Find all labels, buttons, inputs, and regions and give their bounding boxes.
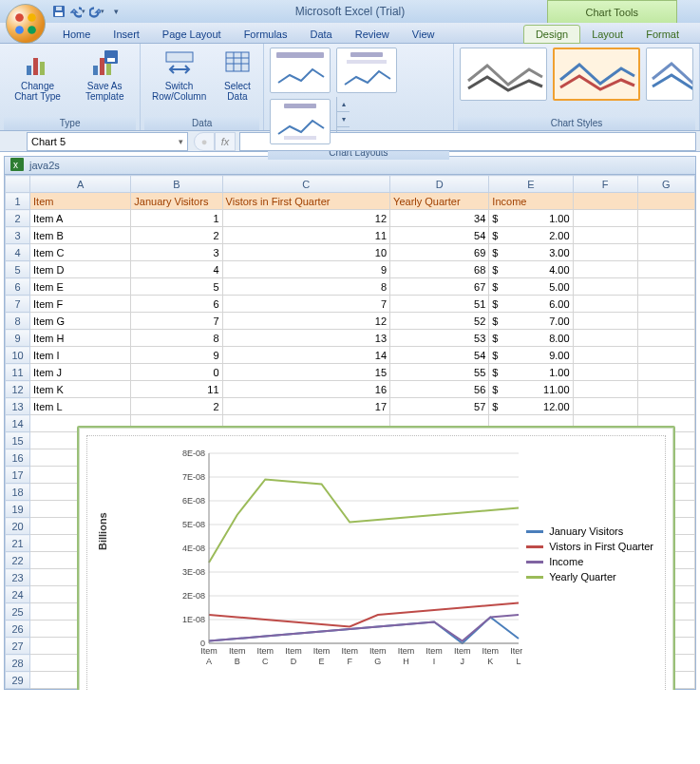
- cell-F6[interactable]: [573, 278, 637, 296]
- tab-insert[interactable]: Insert: [102, 26, 151, 43]
- row-header-18[interactable]: 18: [6, 484, 30, 501]
- save-icon[interactable]: [51, 4, 66, 19]
- fx-button[interactable]: fx: [215, 132, 236, 151]
- cell-D6[interactable]: 67: [390, 278, 489, 296]
- select-data-button[interactable]: Select Data: [216, 46, 259, 105]
- col-header-D[interactable]: D: [390, 176, 489, 193]
- cell-D3[interactable]: 54: [390, 227, 489, 244]
- legend-item[interactable]: January Visitors: [526, 525, 653, 537]
- cell-C10[interactable]: 14: [222, 347, 389, 364]
- cell-C3[interactable]: 11: [222, 227, 389, 244]
- cell-A10[interactable]: Item I: [30, 347, 131, 364]
- cell-C5[interactable]: 9: [222, 261, 389, 278]
- cell-G5[interactable]: [637, 261, 694, 278]
- row-header-4[interactable]: 4: [6, 244, 30, 261]
- chart-layout-1[interactable]: [270, 48, 331, 93]
- select-all-cell[interactable]: [6, 176, 30, 193]
- cell-D10[interactable]: 54: [390, 347, 489, 364]
- cell-B3[interactable]: 2: [131, 227, 222, 244]
- cell-F13[interactable]: [573, 398, 637, 415]
- row-header-10[interactable]: 10: [6, 347, 30, 364]
- cell-B2[interactable]: 1: [131, 210, 222, 227]
- fb-cancel-icon[interactable]: ●: [194, 132, 215, 151]
- col-header-B[interactable]: B: [131, 176, 222, 193]
- cell-G9[interactable]: [637, 330, 694, 347]
- row-header-1[interactable]: 1: [6, 193, 30, 210]
- tab-home[interactable]: Home: [51, 26, 102, 43]
- cell-E6[interactable]: $5.00: [489, 278, 573, 296]
- cell-D7[interactable]: 51: [390, 296, 489, 313]
- cell-E5[interactable]: $4.00: [489, 261, 573, 278]
- row-header-8[interactable]: 8: [6, 313, 30, 330]
- cell-G3[interactable]: [637, 227, 694, 244]
- office-button[interactable]: [6, 4, 46, 44]
- cell-C4[interactable]: 10: [222, 244, 389, 261]
- undo-icon[interactable]: ▾: [70, 4, 85, 19]
- cell-A7[interactable]: Item F: [30, 296, 131, 313]
- col-header-F[interactable]: F: [573, 176, 637, 193]
- cell-G11[interactable]: [637, 364, 694, 381]
- row-header-6[interactable]: 6: [6, 278, 30, 296]
- legend-item[interactable]: Vistors in First Quarter: [526, 541, 653, 552]
- cell-G7[interactable]: [637, 296, 694, 313]
- tab-formulas[interactable]: Formulas: [233, 26, 299, 43]
- cell-E13[interactable]: $12.00: [489, 398, 573, 415]
- cell-C6[interactable]: 8: [222, 278, 389, 296]
- cell-D12[interactable]: 56: [390, 381, 489, 398]
- chart-layout-3[interactable]: [270, 99, 331, 144]
- row-header-25[interactable]: 25: [6, 603, 30, 621]
- cell-E10[interactable]: $9.00: [489, 347, 573, 364]
- row-header-21[interactable]: 21: [6, 535, 30, 552]
- tab-design[interactable]: Design: [523, 25, 580, 44]
- cell-F9[interactable]: [573, 330, 637, 347]
- cell-A1[interactable]: Item: [30, 193, 131, 210]
- cell-B10[interactable]: 9: [131, 347, 222, 364]
- cell-G6[interactable]: [637, 278, 694, 296]
- chart-style-2[interactable]: [553, 48, 640, 101]
- row-header-2[interactable]: 2: [6, 210, 30, 227]
- cell-E11[interactable]: $1.00: [489, 364, 573, 381]
- cell-D5[interactable]: 68: [390, 261, 489, 278]
- cell-C11[interactable]: 15: [222, 364, 389, 381]
- row-header-29[interactable]: 29: [6, 672, 30, 689]
- row-header-28[interactable]: 28: [6, 655, 30, 672]
- tab-page-layout[interactable]: Page Layout: [151, 26, 233, 43]
- row-header-9[interactable]: 9: [6, 330, 30, 347]
- cell-E7[interactable]: $6.00: [489, 296, 573, 313]
- name-box[interactable]: Chart 5▾: [27, 132, 188, 151]
- cell-G4[interactable]: [637, 244, 694, 261]
- cell-D9[interactable]: 53: [390, 330, 489, 347]
- cell-E4[interactable]: $3.00: [489, 244, 573, 261]
- row-header-11[interactable]: 11: [6, 364, 30, 381]
- row-header-27[interactable]: 27: [6, 638, 30, 655]
- cell-F3[interactable]: [573, 227, 637, 244]
- cell-A3[interactable]: Item B: [30, 227, 131, 244]
- save-as-template-button[interactable]: Save As Template: [73, 46, 136, 105]
- row-header-22[interactable]: 22: [6, 552, 30, 569]
- cell-A13[interactable]: Item L: [30, 398, 131, 415]
- cell-F4[interactable]: [573, 244, 637, 261]
- cell-B9[interactable]: 8: [131, 330, 222, 347]
- row-header-16[interactable]: 16: [6, 449, 30, 467]
- row-header-17[interactable]: 17: [6, 467, 30, 484]
- row-header-15[interactable]: 15: [6, 432, 30, 449]
- qat-customize-icon[interactable]: ▾: [108, 4, 123, 19]
- cell-B5[interactable]: 4: [131, 261, 222, 278]
- cell-A12[interactable]: Item K: [30, 381, 131, 398]
- chart-legend[interactable]: January VisitorsVistors in First Quarter…: [526, 522, 653, 586]
- cell-C13[interactable]: 17: [222, 398, 389, 415]
- tab-data[interactable]: Data: [298, 26, 343, 43]
- cell-E9[interactable]: $8.00: [489, 330, 573, 347]
- row-header-14[interactable]: 14: [6, 415, 30, 432]
- cell-G8[interactable]: [637, 313, 694, 330]
- row-header-20[interactable]: 20: [6, 518, 30, 535]
- cell-A8[interactable]: Item G: [30, 313, 131, 330]
- cell-B8[interactable]: 7: [131, 313, 222, 330]
- cell-C12[interactable]: 16: [222, 381, 389, 398]
- row-header-13[interactable]: 13: [6, 398, 30, 415]
- col-header-E[interactable]: E: [489, 176, 573, 193]
- cell-D2[interactable]: 34: [390, 210, 489, 227]
- cell-D4[interactable]: 69: [390, 244, 489, 261]
- legend-item[interactable]: Income: [526, 556, 653, 567]
- col-header-G[interactable]: G: [637, 176, 694, 193]
